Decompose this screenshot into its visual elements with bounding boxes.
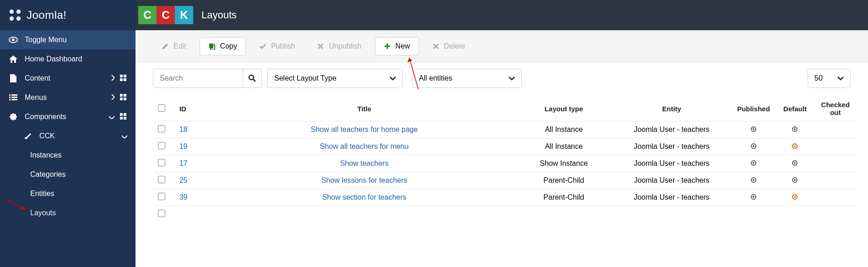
published-toggle[interactable] <box>751 126 756 132</box>
topbar: C C K Layouts <box>136 0 868 30</box>
row-entity: Joomla User - teachers <box>613 172 731 189</box>
row-checked-out <box>814 138 857 155</box>
chevron-down-icon <box>122 132 127 140</box>
table-row: 25 Show lessons for teachers Parent-Chil… <box>153 172 857 189</box>
home-label: Home Dashboard <box>25 55 82 63</box>
layout-type-select[interactable]: Select Layout Type <box>267 69 403 88</box>
check-all[interactable] <box>158 104 165 112</box>
copy-button[interactable]: Copy <box>200 37 246 55</box>
sidebar-item-categories[interactable]: Categories <box>0 165 136 184</box>
row-id-link[interactable]: 25 <box>179 176 188 184</box>
default-toggle[interactable] <box>792 177 797 183</box>
sidebar-item-menus[interactable]: Menus <box>0 88 136 107</box>
row-title-link[interactable]: Show section for teachers <box>322 193 407 201</box>
row-title-link[interactable]: Show lessons for teachers <box>321 176 407 184</box>
search-input[interactable] <box>153 69 243 88</box>
default-toggle[interactable] <box>792 160 797 166</box>
grid-icon[interactable] <box>120 94 127 101</box>
row-title-link[interactable]: Show all teachers for menu <box>320 142 409 150</box>
page-title: Layouts <box>201 9 237 21</box>
col-published[interactable]: Published <box>731 96 776 121</box>
row-checkbox[interactable] <box>158 193 165 200</box>
default-toggle[interactable] <box>792 194 797 200</box>
publish-label: Publish <box>271 42 295 50</box>
check-icon <box>259 43 266 50</box>
times-icon <box>317 43 324 50</box>
row-checkbox[interactable] <box>158 176 165 183</box>
col-layout-type[interactable]: Layout type <box>515 96 613 121</box>
unpublish-button[interactable]: Unpublish <box>308 37 370 55</box>
svg-rect-6 <box>120 75 123 77</box>
col-default[interactable]: Default <box>776 96 814 121</box>
grid-icon[interactable] <box>120 75 127 82</box>
svg-point-5 <box>12 38 15 41</box>
sidebar-item-instances[interactable]: Instances <box>0 146 136 165</box>
published-toggle[interactable] <box>751 143 756 149</box>
toggle-label: Toggle Menu <box>25 36 67 44</box>
published-toggle[interactable] <box>751 160 756 166</box>
row-title-link[interactable]: Show all teachers for home page <box>311 125 418 133</box>
row-checked-out <box>814 121 857 138</box>
row-type: Show Instance <box>515 155 613 172</box>
svg-rect-9 <box>124 78 126 81</box>
menus-label: Menus <box>25 93 47 102</box>
toggle-menu[interactable]: Toggle Menu <box>0 30 136 49</box>
brush-icon <box>23 131 33 141</box>
published-toggle[interactable] <box>751 194 756 200</box>
default-toggle[interactable] <box>792 143 797 149</box>
chevron-down-icon <box>109 113 114 121</box>
sidebar-item-components[interactable]: Components <box>0 107 136 126</box>
puzzle-icon <box>8 112 18 121</box>
edit-button[interactable]: Edit <box>153 37 195 55</box>
categories-label: Categories <box>30 170 65 179</box>
sidebar-item-content[interactable]: Content <box>0 69 136 88</box>
filterbar: Select Layout Type All entities 50 <box>136 62 868 94</box>
svg-rect-18 <box>120 98 123 100</box>
svg-rect-7 <box>124 75 126 77</box>
row-id-link[interactable]: 39 <box>179 193 188 201</box>
svg-rect-13 <box>11 97 17 98</box>
chevron-right-icon <box>111 93 114 102</box>
published-toggle[interactable] <box>751 177 756 183</box>
row-checkbox[interactable] <box>158 159 165 166</box>
svg-point-2 <box>10 16 14 21</box>
row-title-link[interactable]: Show teachers <box>340 159 389 167</box>
home-icon <box>8 54 18 64</box>
sidebar-item-cck[interactable]: CCK <box>0 126 136 146</box>
col-entity[interactable]: Entity <box>613 96 731 121</box>
cck-tile-c1: C <box>138 6 157 24</box>
svg-point-26 <box>249 75 254 80</box>
delete-button[interactable]: Delete <box>423 37 474 55</box>
grid-icon[interactable] <box>120 113 127 120</box>
row-checkbox[interactable] <box>158 210 165 217</box>
col-checked-out[interactable]: Checked out <box>814 96 857 121</box>
col-title[interactable]: Title <box>213 96 515 121</box>
sidebar-item-home[interactable]: Home Dashboard <box>0 49 136 69</box>
row-id-link[interactable]: 17 <box>179 159 188 167</box>
svg-point-0 <box>10 10 14 14</box>
toolbar: Edit Copy Publish Unpublish New Delete <box>136 30 868 62</box>
row-checkbox[interactable] <box>158 142 165 149</box>
row-id-link[interactable]: 18 <box>179 125 188 133</box>
search-button[interactable] <box>243 69 262 88</box>
entity-select[interactable]: All entities <box>412 69 522 88</box>
table-row: 18 Show all teachers for home page All I… <box>153 121 857 138</box>
row-entity: Joomla User - teachers <box>613 155 731 172</box>
svg-rect-19 <box>124 98 126 100</box>
publish-button[interactable]: Publish <box>250 37 304 55</box>
default-toggle[interactable] <box>792 126 797 132</box>
new-button[interactable]: New <box>375 37 419 55</box>
row-checked-out <box>814 189 857 206</box>
table-row <box>153 206 857 223</box>
sidebar-item-entities[interactable]: Entities <box>0 184 136 203</box>
limit-select[interactable]: 50 <box>808 69 851 88</box>
svg-rect-15 <box>11 99 17 100</box>
row-checkbox[interactable] <box>158 125 165 132</box>
row-type: Parent-Child <box>515 172 613 189</box>
sidebar-item-layouts[interactable]: Layouts <box>0 203 136 223</box>
row-id-link[interactable]: 19 <box>179 142 188 150</box>
col-id[interactable]: ID <box>170 96 213 121</box>
table-row: 17 Show teachers Show Instance Joomla Us… <box>153 155 857 172</box>
row-checked-out <box>814 172 857 189</box>
instances-label: Instances <box>30 151 61 159</box>
